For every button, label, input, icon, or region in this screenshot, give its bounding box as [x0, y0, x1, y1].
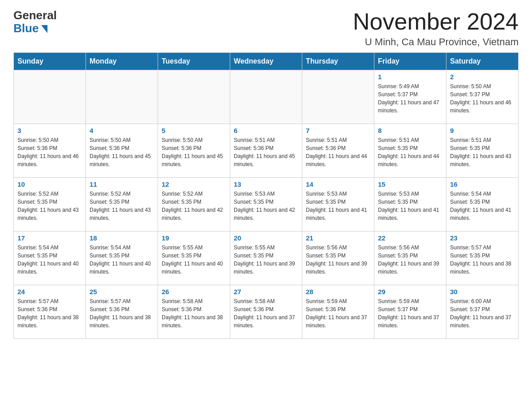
day-number: 12: [162, 180, 226, 188]
day-number: 20: [234, 234, 298, 242]
calendar-cell: 9Sunrise: 5:51 AM Sunset: 5:35 PM Daylig…: [446, 124, 519, 178]
day-info: Sunrise: 5:56 AM Sunset: 5:35 PM Dayligh…: [378, 244, 442, 276]
calendar-cell: 15Sunrise: 5:53 AM Sunset: 5:35 PM Dayli…: [374, 178, 446, 231]
calendar-cell: [302, 70, 374, 124]
day-number: 23: [450, 234, 515, 242]
page-header: General Blue November 2024 U Minh, Ca Ma…: [13, 9, 519, 48]
weekday-header-monday: Monday: [86, 53, 158, 70]
calendar-header-row: SundayMondayTuesdayWednesdayThursdayFrid…: [14, 53, 519, 70]
day-number: 9: [450, 127, 515, 134]
logo-general-text: General: [13, 9, 57, 22]
day-info: Sunrise: 5:58 AM Sunset: 5:36 PM Dayligh…: [234, 297, 298, 330]
day-number: 15: [378, 180, 442, 188]
weekday-header-saturday: Saturday: [446, 53, 519, 70]
calendar-week-row: 17Sunrise: 5:54 AM Sunset: 5:35 PM Dayli…: [14, 231, 519, 285]
calendar-cell: 20Sunrise: 5:55 AM Sunset: 5:35 PM Dayli…: [230, 231, 302, 285]
day-info: Sunrise: 5:53 AM Sunset: 5:35 PM Dayligh…: [306, 190, 370, 222]
day-info: Sunrise: 5:53 AM Sunset: 5:35 PM Dayligh…: [378, 190, 442, 222]
day-info: Sunrise: 5:50 AM Sunset: 5:37 PM Dayligh…: [450, 82, 515, 115]
day-info: Sunrise: 5:57 AM Sunset: 5:36 PM Dayligh…: [90, 297, 154, 330]
day-info: Sunrise: 5:51 AM Sunset: 5:35 PM Dayligh…: [450, 136, 515, 168]
weekday-header-thursday: Thursday: [302, 53, 374, 70]
calendar-week-row: 24Sunrise: 5:57 AM Sunset: 5:36 PM Dayli…: [14, 285, 519, 339]
day-info: Sunrise: 5:53 AM Sunset: 5:35 PM Dayligh…: [234, 190, 298, 222]
calendar-cell: 21Sunrise: 5:56 AM Sunset: 5:35 PM Dayli…: [302, 231, 374, 285]
day-number: 18: [90, 234, 154, 242]
day-info: Sunrise: 5:52 AM Sunset: 5:35 PM Dayligh…: [90, 190, 154, 222]
day-number: 11: [90, 180, 154, 188]
day-info: Sunrise: 5:51 AM Sunset: 5:36 PM Dayligh…: [234, 136, 298, 168]
day-number: 16: [450, 180, 515, 188]
calendar-cell: 29Sunrise: 5:59 AM Sunset: 5:37 PM Dayli…: [374, 285, 446, 339]
calendar-cell: 5Sunrise: 5:50 AM Sunset: 5:36 PM Daylig…: [158, 124, 230, 178]
logo-triangle-icon: [41, 25, 47, 33]
calendar-cell: 24Sunrise: 5:57 AM Sunset: 5:36 PM Dayli…: [14, 285, 86, 339]
day-number: 3: [17, 127, 82, 134]
calendar-cell: 10Sunrise: 5:52 AM Sunset: 5:35 PM Dayli…: [14, 178, 86, 231]
day-number: 13: [234, 180, 298, 188]
weekday-header-friday: Friday: [374, 53, 446, 70]
calendar-cell: 17Sunrise: 5:54 AM Sunset: 5:35 PM Dayli…: [14, 231, 86, 285]
calendar-cell: 3Sunrise: 5:50 AM Sunset: 5:36 PM Daylig…: [14, 124, 86, 178]
day-number: 25: [90, 288, 154, 295]
day-info: Sunrise: 5:55 AM Sunset: 5:35 PM Dayligh…: [162, 244, 226, 276]
day-info: Sunrise: 5:54 AM Sunset: 5:35 PM Dayligh…: [450, 190, 515, 222]
day-info: Sunrise: 5:56 AM Sunset: 5:35 PM Dayligh…: [306, 244, 370, 276]
calendar-cell: 16Sunrise: 5:54 AM Sunset: 5:35 PM Dayli…: [446, 178, 519, 231]
day-number: 7: [306, 127, 370, 134]
calendar-week-row: 3Sunrise: 5:50 AM Sunset: 5:36 PM Daylig…: [14, 124, 519, 178]
day-info: Sunrise: 5:52 AM Sunset: 5:35 PM Dayligh…: [17, 190, 82, 222]
day-number: 14: [306, 180, 370, 188]
title-area: November 2024 U Minh, Ca Mau Province, V…: [353, 9, 519, 48]
day-number: 21: [306, 234, 370, 242]
day-info: Sunrise: 5:58 AM Sunset: 5:36 PM Dayligh…: [162, 297, 226, 330]
day-info: Sunrise: 5:57 AM Sunset: 5:35 PM Dayligh…: [450, 244, 515, 276]
day-info: Sunrise: 5:57 AM Sunset: 5:36 PM Dayligh…: [17, 297, 82, 330]
day-number: 28: [306, 288, 370, 295]
day-info: Sunrise: 5:52 AM Sunset: 5:35 PM Dayligh…: [162, 190, 226, 222]
day-info: Sunrise: 6:00 AM Sunset: 5:37 PM Dayligh…: [450, 297, 515, 330]
day-info: Sunrise: 5:50 AM Sunset: 5:36 PM Dayligh…: [162, 136, 226, 168]
day-info: Sunrise: 5:59 AM Sunset: 5:36 PM Dayligh…: [306, 297, 370, 330]
calendar-cell: 26Sunrise: 5:58 AM Sunset: 5:36 PM Dayli…: [158, 285, 230, 339]
calendar-cell: 4Sunrise: 5:50 AM Sunset: 5:36 PM Daylig…: [86, 124, 158, 178]
day-number: 6: [234, 127, 298, 134]
calendar-cell: 2Sunrise: 5:50 AM Sunset: 5:37 PM Daylig…: [446, 70, 519, 124]
calendar-cell: 6Sunrise: 5:51 AM Sunset: 5:36 PM Daylig…: [230, 124, 302, 178]
calendar-table: SundayMondayTuesdayWednesdayThursdayFrid…: [13, 52, 519, 339]
weekday-header-wednesday: Wednesday: [230, 53, 302, 70]
calendar-cell: 14Sunrise: 5:53 AM Sunset: 5:35 PM Dayli…: [302, 178, 374, 231]
calendar-cell: 7Sunrise: 5:51 AM Sunset: 5:36 PM Daylig…: [302, 124, 374, 178]
day-number: 22: [378, 234, 442, 242]
day-info: Sunrise: 5:51 AM Sunset: 5:36 PM Dayligh…: [306, 136, 370, 168]
calendar-cell: 12Sunrise: 5:52 AM Sunset: 5:35 PM Dayli…: [158, 178, 230, 231]
day-number: 1: [378, 73, 442, 81]
day-number: 30: [450, 288, 515, 295]
weekday-header-sunday: Sunday: [14, 53, 86, 70]
logo-blue-text: Blue: [13, 22, 39, 35]
month-title: November 2024: [353, 9, 519, 34]
calendar-week-row: 10Sunrise: 5:52 AM Sunset: 5:35 PM Dayli…: [14, 178, 519, 231]
day-info: Sunrise: 5:54 AM Sunset: 5:35 PM Dayligh…: [90, 244, 154, 276]
day-number: 24: [17, 288, 82, 295]
weekday-header-tuesday: Tuesday: [158, 53, 230, 70]
calendar-cell: 22Sunrise: 5:56 AM Sunset: 5:35 PM Dayli…: [374, 231, 446, 285]
day-info: Sunrise: 5:54 AM Sunset: 5:35 PM Dayligh…: [17, 244, 82, 276]
day-info: Sunrise: 5:50 AM Sunset: 5:36 PM Dayligh…: [17, 136, 82, 168]
calendar-week-row: 1Sunrise: 5:49 AM Sunset: 5:37 PM Daylig…: [14, 70, 519, 124]
day-number: 19: [162, 234, 226, 242]
calendar-cell: [230, 70, 302, 124]
day-info: Sunrise: 5:49 AM Sunset: 5:37 PM Dayligh…: [378, 82, 442, 115]
calendar-cell: 13Sunrise: 5:53 AM Sunset: 5:35 PM Dayli…: [230, 178, 302, 231]
day-info: Sunrise: 5:51 AM Sunset: 5:35 PM Dayligh…: [378, 136, 442, 168]
day-number: 17: [17, 234, 82, 242]
calendar-cell: 27Sunrise: 5:58 AM Sunset: 5:36 PM Dayli…: [230, 285, 302, 339]
day-info: Sunrise: 5:55 AM Sunset: 5:35 PM Dayligh…: [234, 244, 298, 276]
calendar-cell: 19Sunrise: 5:55 AM Sunset: 5:35 PM Dayli…: [158, 231, 230, 285]
calendar-cell: 8Sunrise: 5:51 AM Sunset: 5:35 PM Daylig…: [374, 124, 446, 178]
day-number: 29: [378, 288, 442, 295]
calendar-cell: [14, 70, 86, 124]
calendar-cell: 25Sunrise: 5:57 AM Sunset: 5:36 PM Dayli…: [86, 285, 158, 339]
calendar-cell: 30Sunrise: 6:00 AM Sunset: 5:37 PM Dayli…: [446, 285, 519, 339]
day-number: 8: [378, 127, 442, 134]
